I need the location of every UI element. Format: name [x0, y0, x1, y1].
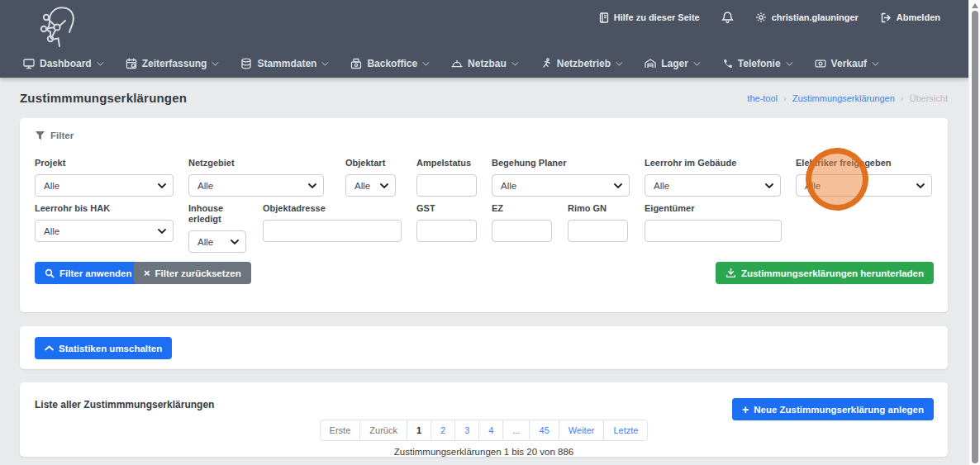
filter-section-header: Filter: [35, 130, 74, 140]
app-logo-icon[interactable]: [36, 2, 83, 49]
user-menu[interactable]: christian.glauninger: [755, 12, 859, 23]
begehung-planer-select[interactable]: Alle: [492, 174, 630, 197]
help-label: Hilfe zu dieser Seite: [614, 12, 700, 22]
gst-label: GST: [416, 203, 477, 214]
pagination-ellipsis: ...: [502, 420, 530, 441]
logout-icon: [880, 12, 892, 23]
pagination-page-45[interactable]: 45: [530, 420, 559, 441]
scrollbar-thumb[interactable]: [972, 11, 978, 463]
phone-icon: [722, 59, 733, 69]
pagination-first[interactable]: Erste: [320, 420, 361, 441]
filter-card: Filter Projekt Alle Netzgebiet Alle Obje…: [20, 118, 948, 312]
chevron-down-icon: [616, 59, 622, 65]
navbar-menu-row: Dashboard Zeiterfassung Stammdaten: [0, 50, 968, 78]
nav-item-backoffice[interactable]: Backoffice: [350, 58, 427, 69]
gear-icon: [755, 12, 767, 23]
nav-item-verkauf[interactable]: Verkauf: [815, 58, 877, 69]
nav-label: Lager: [661, 58, 688, 69]
notifications-button[interactable]: [721, 11, 734, 24]
leerrohr-hak-label: Leerrohr bis HAK: [35, 203, 174, 214]
elektriker-freigegeben-select[interactable]: Alle: [796, 174, 932, 197]
chevron-down-icon: [322, 59, 329, 65]
nav-item-netzbetrieb[interactable]: Netzbetrieb: [540, 58, 621, 69]
chevron-down-icon: [308, 183, 316, 188]
breadcrumb: the-tool › Zustimmungserklärungen › Über…: [747, 93, 948, 103]
pagination-page-1[interactable]: 1: [407, 420, 431, 441]
objektadresse-input[interactable]: [263, 220, 402, 242]
help-link[interactable]: Hilfe zu dieser Seite: [599, 12, 700, 23]
fax-icon: [350, 58, 362, 69]
netzgebiet-label: Netzgebiet: [188, 158, 324, 168]
nav-label: Zeiterfassung: [142, 58, 207, 69]
pagination-page-3[interactable]: 3: [454, 420, 479, 441]
chevron-down-icon: [212, 59, 219, 65]
breadcrumb-current: Übersicht: [910, 93, 948, 103]
warehouse-icon: [645, 58, 656, 69]
leerrohr-gebaeude-select[interactable]: Alle: [645, 174, 781, 197]
nav-label: Netzbau: [468, 58, 507, 69]
breadcrumb-separator: ›: [783, 93, 787, 103]
nav-item-zeiterfassung[interactable]: Zeiterfassung: [126, 58, 217, 69]
pagination-summary: Zustimmungserklärungen 1 bis 20 von 886: [20, 447, 948, 457]
apply-filter-button[interactable]: Filter anwenden: [35, 262, 142, 284]
leerrohr-hak-select[interactable]: Alle: [35, 220, 174, 242]
nav-item-netzbau[interactable]: Netzbau: [451, 58, 516, 69]
hardhat-icon: [451, 58, 463, 69]
pagination: Erste Zurück 1 2 3 4 ... 45 Weiter Letzt…: [320, 420, 649, 441]
chevron-down-icon: [380, 183, 388, 188]
download-button[interactable]: Zustimmungserklärungen herunterladen: [716, 262, 934, 284]
page-title: Zustimmmungserklärungen: [20, 91, 187, 105]
projekt-select[interactable]: Alle: [35, 174, 174, 197]
plus-icon: +: [742, 404, 749, 415]
ampelstatus-input[interactable]: [416, 174, 477, 197]
bell-icon: [721, 11, 734, 24]
nav-item-dashboard[interactable]: Dashboard: [23, 58, 102, 69]
ampelstatus-label: Ampelstatus: [416, 158, 477, 168]
logout-button[interactable]: Abmelden: [880, 12, 940, 23]
ez-label: EZ: [492, 203, 552, 214]
chevron-down-icon: [693, 59, 700, 65]
elektriker-freigegeben-label: Elektriker freigegeben: [796, 158, 932, 168]
rimo-gn-input[interactable]: [568, 220, 628, 242]
chevron-down-icon: [614, 183, 622, 188]
inhouse-erledigt-label: Inhouse erledigt: [188, 203, 246, 225]
calendar-clock-icon: [126, 58, 137, 69]
pagination-next[interactable]: Weiter: [559, 420, 605, 441]
scrollbar-up-arrow-icon[interactable]: [972, 3, 978, 8]
pagination-page-4[interactable]: 4: [478, 420, 503, 441]
netzgebiet-select[interactable]: Alle: [188, 174, 324, 197]
chevron-down-icon: [786, 59, 792, 65]
pagination-last[interactable]: Letzte: [603, 420, 648, 441]
new-entry-button[interactable]: + Neue Zustimmungserklärung anlegen: [732, 398, 934, 420]
gst-input[interactable]: [416, 220, 477, 242]
rimo-gn-label: Rimo GN: [568, 203, 628, 214]
username-label: christian.glauninger: [772, 12, 859, 22]
nav-label: Telefonie: [738, 58, 781, 69]
chevron-down-icon: [158, 183, 166, 188]
eigentuemer-input[interactable]: [645, 220, 782, 242]
objektart-select[interactable]: Alle: [345, 174, 396, 197]
nav-item-telefonie[interactable]: Telefonie: [722, 58, 791, 69]
navbar-top-row: Hilfe zu dieser Seite: [0, 0, 968, 50]
monitor-icon: [23, 58, 35, 69]
nav-item-stammdaten[interactable]: Stammdaten: [240, 58, 326, 69]
breadcrumb-link-zustimmungserklaerungen[interactable]: Zustimmungserklärungen: [792, 93, 895, 103]
scrollbar[interactable]: [968, 0, 980, 465]
toggle-statistics-button[interactable]: Statistiken umschalten: [35, 337, 172, 359]
chevron-down-icon: [872, 59, 878, 65]
inhouse-erledigt-select[interactable]: Alle: [188, 230, 246, 253]
book-icon: [599, 12, 609, 23]
breadcrumb-link-the-tool[interactable]: the-tool: [747, 93, 778, 103]
pagination-previous[interactable]: Zurück: [359, 420, 407, 441]
pagination-page-2[interactable]: 2: [431, 420, 455, 441]
logout-label: Abmelden: [897, 12, 940, 22]
nav-item-lager[interactable]: Lager: [645, 58, 698, 69]
reset-filter-button[interactable]: × Filter zurücksetzen: [134, 262, 251, 284]
page-header: Zustimmmungserklärungen the-tool › Zusti…: [0, 78, 968, 118]
chevron-down-icon: [765, 183, 773, 188]
chevron-down-icon: [916, 183, 925, 188]
eigentuemer-label: Eigentümer: [645, 203, 782, 214]
ez-input[interactable]: [492, 220, 552, 242]
chevron-down-icon: [511, 59, 518, 65]
navbar: Hilfe zu dieser Seite: [0, 0, 968, 78]
